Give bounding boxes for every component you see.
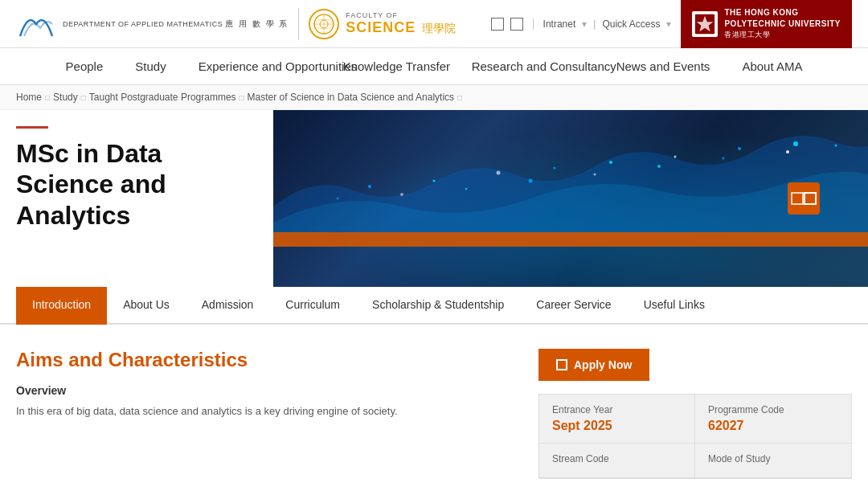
entrance-year-label: Entrance Year — [552, 404, 682, 415]
hero-title-area: MSc in Data Science and Analytics — [0, 110, 273, 287]
ama-logo[interactable]: DEPARTMENT OF APPLIED MATHEMATICS 應 用 數 … — [16, 8, 289, 40]
svg-point-16 — [400, 193, 403, 196]
content-heading: Aims and Characteristics — [16, 349, 514, 371]
svg-point-17 — [465, 188, 468, 190]
breadcrumb: Home □ Study □ Taught Postgraduate Progr… — [0, 85, 868, 110]
breadcrumb-sep-3: □ — [240, 93, 244, 102]
main-nav: People Study Experience and Opportunitie… — [0, 48, 868, 85]
programme-code-value: 62027 — [708, 419, 838, 433]
breadcrumb-home[interactable]: Home — [16, 92, 42, 103]
quick-access-link[interactable]: Quick Access — [602, 18, 660, 30]
stream-code-cell: Stream Code — [539, 444, 695, 478]
nav-about[interactable]: About AMA — [742, 59, 802, 73]
faculty-logo[interactable]: FACULTY OF SCIENCE 理學院 — [309, 9, 456, 39]
entrance-year-value: Sept 2025 — [552, 419, 682, 433]
hero-data-viz — [273, 110, 868, 247]
entrance-year-cell: Entrance Year Sept 2025 — [539, 395, 695, 444]
nav-knowledge[interactable]: Knowledge Transfer — [343, 59, 440, 73]
svg-point-20 — [657, 165, 661, 168]
breadcrumb-tpg[interactable]: Taught Postgraduate Programmes — [89, 92, 236, 103]
nav-people[interactable]: People — [66, 59, 104, 73]
programme-code-cell: Programme Code 62027 — [695, 395, 851, 444]
mobile-icon[interactable] — [491, 18, 504, 31]
logo-area: DEPARTMENT OF APPLIED MATHEMATICS 應 用 數 … — [16, 8, 456, 40]
svg-point-13 — [738, 147, 741, 150]
polyu-badge-icon — [692, 11, 718, 37]
play-icon — [791, 192, 804, 205]
tablet-icon[interactable] — [510, 18, 523, 31]
svg-point-14 — [793, 141, 798, 146]
content-section: Aims and Characteristics Overview In thi… — [0, 325, 868, 495]
tabs-bar: Introduction About Us Admission Curricul… — [0, 287, 868, 325]
polyu-badge[interactable]: THE HONG KONG POLYTECHNIC UNIVERSITY 香港理… — [681, 0, 852, 48]
tab-about-us[interactable]: About Us — [107, 287, 186, 325]
svg-point-11 — [609, 161, 612, 164]
nav-research[interactable]: Research and Consultancy — [472, 59, 584, 73]
svg-point-15 — [337, 198, 339, 200]
stream-code-label: Stream Code — [552, 453, 682, 464]
top-links: Intranet ▾ | Quick Access ▾ — [533, 18, 672, 30]
mode-of-study-label: Mode of Study — [708, 453, 838, 464]
svg-point-8 — [433, 180, 436, 182]
programme-code-label: Programme Code — [708, 404, 838, 415]
faculty-logo-circle — [309, 9, 339, 39]
svg-point-21 — [723, 157, 725, 160]
apply-icon — [556, 359, 567, 370]
apply-btn-label: Apply Now — [574, 358, 632, 371]
mode-of-study-cell: Mode of Study — [695, 444, 851, 478]
svg-point-12 — [674, 156, 677, 158]
tab-scholarship[interactable]: Scholarship & Studentship — [356, 287, 520, 325]
svg-point-19 — [594, 174, 596, 176]
nav-news[interactable]: News and Events — [616, 59, 710, 73]
tab-admission[interactable]: Admission — [186, 287, 270, 325]
nav-experience[interactable]: Experience and Opportunities — [199, 59, 311, 73]
breadcrumb-current[interactable]: Master of Science in Data Science and An… — [248, 92, 454, 103]
intranet-link[interactable]: Intranet — [543, 18, 576, 30]
top-bar: DEPARTMENT OF APPLIED MATHEMATICS 應 用 數 … — [0, 0, 868, 48]
hero-section: MSc in Data Science and Analytics — [0, 110, 868, 287]
apply-now-button[interactable]: Apply Now — [538, 349, 649, 381]
tab-curriculum[interactable]: Curriculum — [269, 287, 356, 325]
breadcrumb-sep-1: □ — [45, 93, 50, 102]
breadcrumb-sep-4: □ — [457, 93, 462, 102]
programme-info-grid: Entrance Year Sept 2025 Programme Code 6… — [538, 394, 852, 479]
svg-rect-24 — [273, 232, 868, 247]
svg-point-9 — [497, 171, 501, 175]
svg-point-23 — [835, 145, 837, 147]
ama-logo-icon — [16, 8, 56, 40]
content-left: Aims and Characteristics Overview In thi… — [16, 349, 538, 420]
top-right-area: Intranet ▾ | Quick Access ▾ THE HONG KON… — [491, 0, 852, 48]
content-body-text: In this era of big data, data science an… — [16, 403, 514, 420]
breadcrumb-study[interactable]: Study — [53, 92, 78, 103]
breadcrumb-sep-2: □ — [81, 93, 86, 102]
content-subheading: Overview — [16, 384, 514, 397]
nav-study[interactable]: Study — [135, 59, 166, 73]
tab-useful-links[interactable]: Useful Links — [628, 287, 721, 325]
tab-career[interactable]: Career Service — [520, 287, 627, 325]
tab-introduction[interactable]: Introduction — [16, 287, 107, 325]
svg-point-18 — [529, 179, 533, 183]
polyu-badge-text: THE HONG KONG POLYTECHNIC UNIVERSITY 香港理… — [724, 7, 841, 40]
content-right: Apply Now Entrance Year Sept 2025 Progra… — [538, 349, 852, 479]
hero-play-button[interactable] — [788, 182, 820, 215]
hero-title: MSc in Data Science and Analytics — [16, 138, 257, 231]
svg-point-22 — [786, 150, 789, 153]
svg-rect-25 — [792, 193, 803, 204]
svg-point-7 — [368, 185, 371, 188]
hero-accent-line — [16, 126, 48, 129]
hero-image — [273, 110, 868, 287]
svg-point-10 — [554, 167, 556, 170]
faculty-logo-text: FACULTY OF SCIENCE 理學院 — [346, 11, 456, 36]
top-icons — [491, 18, 523, 31]
ama-logo-text: DEPARTMENT OF APPLIED MATHEMATICS 應 用 數 … — [63, 18, 289, 30]
logo-divider — [298, 8, 299, 40]
